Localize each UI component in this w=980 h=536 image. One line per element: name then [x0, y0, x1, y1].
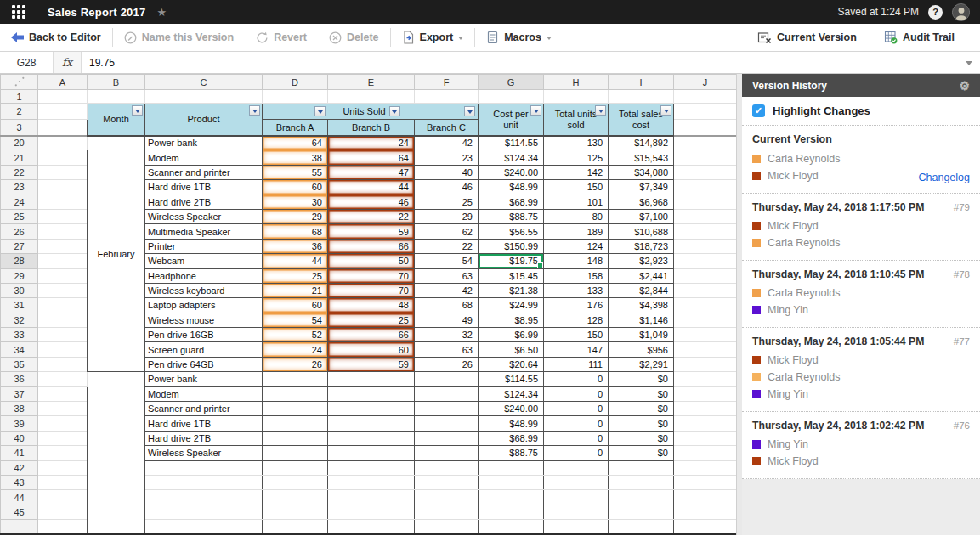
row-header-20[interactable]: 20: [1, 136, 38, 150]
cell-branch-b[interactable]: 22: [328, 209, 415, 223]
cell-branch-a[interactable]: 44: [263, 254, 328, 268]
cell[interactable]: [674, 150, 737, 165]
cell-total-sales[interactable]: $0: [609, 386, 674, 401]
cell-branch-b[interactable]: 44: [328, 180, 415, 195]
cell-branch-c[interactable]: [415, 402, 479, 416]
select-all-corner[interactable]: [1, 75, 38, 90]
cell-total-sales[interactable]: $0: [609, 372, 674, 386]
cell[interactable]: [38, 475, 88, 489]
cell[interactable]: [328, 90, 415, 104]
cell[interactable]: [38, 298, 88, 313]
cell[interactable]: [38, 165, 88, 179]
cell-branch-a[interactable]: 29: [263, 209, 328, 223]
cell-branch-b[interactable]: [328, 416, 415, 431]
cell-total-units[interactable]: 142: [544, 165, 609, 179]
cell-product[interactable]: Power bank: [145, 136, 263, 150]
cell-branch-a[interactable]: 26: [263, 357, 328, 371]
cell-product[interactable]: Hard drive 1TB: [145, 416, 263, 431]
cell-branch-b[interactable]: 48: [328, 298, 415, 313]
cell-total-sales[interactable]: $7,100: [609, 209, 674, 223]
cell[interactable]: [674, 209, 737, 223]
filter-button[interactable]: [249, 105, 260, 116]
cell-branch-a[interactable]: [263, 446, 328, 460]
cell-branch-a[interactable]: 60: [263, 180, 328, 195]
cell[interactable]: [38, 195, 88, 209]
cell-branch-a[interactable]: [263, 431, 328, 445]
cell[interactable]: [38, 520, 88, 535]
macros-button[interactable]: Macros: [475, 31, 563, 44]
cell[interactable]: [415, 475, 479, 489]
cell-cost-per-unit[interactable]: $8.95: [479, 313, 544, 327]
cell-month[interactable]: February: [88, 136, 145, 372]
cell[interactable]: [674, 180, 737, 195]
cell-product[interactable]: Headphone: [145, 268, 263, 283]
cell[interactable]: [479, 475, 544, 489]
cell[interactable]: [479, 505, 544, 519]
cell-branch-a[interactable]: 64: [263, 136, 328, 150]
row-header-32[interactable]: 32: [1, 313, 38, 327]
cell[interactable]: [479, 490, 544, 505]
cell[interactable]: [544, 475, 609, 489]
cell-cost-per-unit[interactable]: $15.45: [479, 268, 544, 283]
cell[interactable]: [263, 505, 328, 519]
cell[interactable]: [674, 283, 737, 297]
cell-product[interactable]: Screen guard: [145, 342, 263, 357]
cell-branch-b[interactable]: 25: [328, 313, 415, 327]
cell[interactable]: [674, 165, 737, 179]
column-header-c[interactable]: C: [145, 75, 263, 90]
cell[interactable]: [544, 490, 609, 505]
cell-total-units[interactable]: 125: [544, 150, 609, 165]
cell[interactable]: [479, 90, 544, 104]
cell-cost-per-unit[interactable]: $240.00: [479, 402, 544, 416]
row-header-25[interactable]: 25: [1, 209, 38, 223]
gear-icon[interactable]: ⚙: [959, 79, 970, 93]
cell[interactable]: [609, 90, 674, 104]
cell-total-sales[interactable]: $15,543: [609, 150, 674, 165]
cell-product[interactable]: Power bank: [145, 372, 263, 386]
cell[interactable]: [38, 283, 88, 297]
cell[interactable]: [263, 490, 328, 505]
favorite-star-icon[interactable]: ★: [156, 6, 167, 19]
cell-branch-b[interactable]: [328, 446, 415, 460]
cell-branch-c[interactable]: [415, 386, 479, 401]
cell-branch-b[interactable]: 50: [328, 254, 415, 268]
cell[interactable]: [609, 460, 674, 475]
cell-total-units[interactable]: 189: [544, 224, 609, 239]
header-product[interactable]: Product: [145, 104, 263, 136]
delete-button[interactable]: Delete: [318, 31, 390, 44]
cell[interactable]: [38, 150, 88, 165]
cell[interactable]: [609, 490, 674, 505]
column-header-e[interactable]: E: [328, 75, 415, 90]
cell-branch-a[interactable]: 25: [263, 268, 328, 283]
cell-branch-b[interactable]: 24: [328, 136, 415, 150]
cell[interactable]: [328, 490, 415, 505]
cell-total-sales[interactable]: $2,441: [609, 268, 674, 283]
row-header-41[interactable]: 41: [1, 446, 38, 460]
cell-product[interactable]: Printer: [145, 239, 263, 253]
cell-branch-a[interactable]: 21: [263, 283, 328, 297]
cell[interactable]: [38, 490, 88, 505]
column-header-g[interactable]: G: [479, 75, 544, 90]
filter-button[interactable]: [464, 106, 475, 116]
cell[interactable]: [479, 460, 544, 475]
cell[interactable]: [328, 475, 415, 489]
filter-button[interactable]: [132, 105, 143, 116]
header-branch-c[interactable]: Branch C: [415, 120, 479, 136]
cell[interactable]: [674, 386, 737, 401]
cell[interactable]: [145, 475, 263, 489]
apps-grid-icon[interactable]: [12, 5, 25, 19]
export-button[interactable]: Export: [391, 31, 475, 44]
header-month[interactable]: Month: [88, 104, 145, 136]
row-header-34[interactable]: 34: [1, 342, 38, 357]
cell-branch-a[interactable]: [263, 386, 328, 401]
filter-button[interactable]: [660, 105, 671, 116]
column-header-h[interactable]: H: [544, 75, 609, 90]
cell-cost-per-unit[interactable]: $114.55: [479, 136, 544, 150]
row-header-33[interactable]: 33: [1, 328, 38, 342]
cell-cost-per-unit[interactable]: $124.34: [479, 386, 544, 401]
cell-branch-a[interactable]: 54: [263, 313, 328, 327]
cell-branch-b[interactable]: 70: [328, 268, 415, 283]
cell[interactable]: [38, 328, 88, 342]
cell[interactable]: [145, 90, 263, 104]
cell[interactable]: [415, 520, 479, 535]
